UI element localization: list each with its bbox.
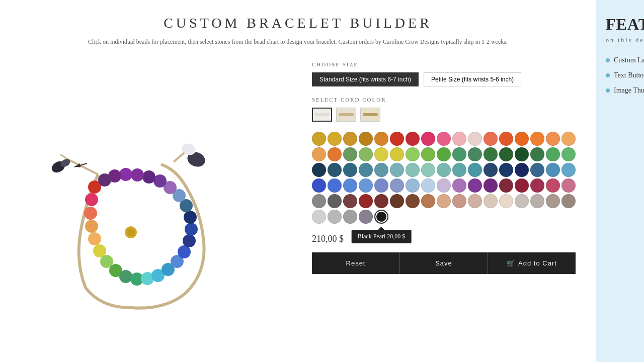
bead-swatch[interactable] <box>437 163 451 177</box>
bead-swatch[interactable] <box>561 132 576 146</box>
bead-swatch[interactable] <box>343 163 357 177</box>
bead-swatch[interactable] <box>359 194 373 208</box>
bead-swatch[interactable] <box>390 132 404 146</box>
bead-swatch[interactable] <box>328 210 342 224</box>
bead-swatch[interactable] <box>546 194 560 208</box>
bead-swatch[interactable] <box>328 147 342 161</box>
bead-swatch[interactable] <box>343 178 357 193</box>
bead-swatch[interactable] <box>546 178 560 193</box>
bead-swatch[interactable] <box>343 132 357 146</box>
cord-swatch-white[interactable] <box>312 108 332 122</box>
bead-swatch[interactable] <box>452 147 466 161</box>
bead-swatch[interactable] <box>328 194 342 208</box>
bead-swatch[interactable] <box>343 210 357 224</box>
bead-swatch[interactable] <box>484 178 498 193</box>
bead-swatch[interactable] <box>406 178 420 193</box>
bead-swatch[interactable] <box>452 178 466 193</box>
bead-swatch[interactable] <box>468 147 482 161</box>
bead-swatch[interactable] <box>468 194 482 208</box>
bead-swatch[interactable] <box>499 194 513 208</box>
size-buttons: Standard Size (fits wrists 6-7 inch) Pet… <box>312 72 576 86</box>
bead-swatch[interactable] <box>359 178 373 193</box>
bead-swatch[interactable] <box>312 210 326 224</box>
bead-swatch[interactable] <box>406 194 420 208</box>
bead-swatch[interactable] <box>312 132 326 146</box>
add-to-cart-button[interactable]: 🛒 Add to Cart <box>488 252 576 274</box>
bead-swatch[interactable] <box>359 163 373 177</box>
bead-swatch[interactable] <box>312 178 326 193</box>
bead-swatch[interactable] <box>530 132 544 146</box>
bead-swatch[interactable] <box>437 132 451 146</box>
bead-swatch[interactable] <box>343 147 357 161</box>
bead-swatch[interactable] <box>484 132 498 146</box>
bead-swatch[interactable] <box>406 163 420 177</box>
bead-swatch[interactable] <box>452 163 466 177</box>
bead-swatch[interactable] <box>515 132 529 146</box>
bead-swatch[interactable] <box>530 178 544 193</box>
bead-swatch[interactable] <box>374 178 388 193</box>
bead-swatch[interactable] <box>515 163 529 177</box>
bead-swatch[interactable] <box>406 132 420 146</box>
cord-swatch-gold[interactable] <box>360 108 380 122</box>
bead-swatch[interactable] <box>546 132 560 146</box>
bead-swatch[interactable] <box>499 147 513 161</box>
bead-swatch[interactable] <box>561 147 576 161</box>
bead-swatch[interactable] <box>546 163 560 177</box>
bead-swatch[interactable] <box>499 163 513 177</box>
bead-swatch[interactable] <box>421 132 435 146</box>
bead-swatch[interactable] <box>452 194 466 208</box>
bead-swatch[interactable] <box>530 163 544 177</box>
bead-swatch[interactable] <box>499 178 513 193</box>
bead-swatch[interactable] <box>515 178 529 193</box>
reset-button[interactable]: Reset <box>312 252 399 274</box>
bead-swatch[interactable] <box>437 178 451 193</box>
bead-swatch[interactable] <box>468 163 482 177</box>
cord-swatch-tan[interactable] <box>336 108 356 122</box>
bead-swatch[interactable] <box>421 163 435 177</box>
bead-swatch[interactable] <box>561 194 576 208</box>
bead-swatch[interactable] <box>484 163 498 177</box>
bead-swatch[interactable] <box>468 132 482 146</box>
bead-swatch[interactable] <box>328 178 342 193</box>
bead-swatch[interactable] <box>328 163 342 177</box>
bead-swatch[interactable] <box>515 147 529 161</box>
bead-swatch[interactable] <box>437 147 451 161</box>
bead-swatch[interactable] <box>561 178 576 193</box>
bead-swatch[interactable] <box>374 132 388 146</box>
bead-swatch[interactable] <box>484 147 498 161</box>
bead-swatch[interactable] <box>530 147 544 161</box>
bead-swatch[interactable] <box>312 194 326 208</box>
bead-swatch[interactable] <box>390 147 404 161</box>
size-btn-standard[interactable]: Standard Size (fits wrists 6-7 inch) <box>312 72 419 86</box>
bead-swatch[interactable] <box>359 210 373 224</box>
bead-swatch[interactable] <box>343 194 357 208</box>
bead-swatch[interactable] <box>390 178 404 193</box>
bead-swatch[interactable] <box>374 163 388 177</box>
bead-swatch[interactable] <box>359 147 373 161</box>
bead-swatch[interactable] <box>421 147 435 161</box>
bead-swatch[interactable] <box>452 132 466 146</box>
bead-swatch[interactable] <box>421 194 435 208</box>
bead-swatch[interactable] <box>328 132 342 146</box>
bead-swatch[interactable] <box>499 132 513 146</box>
bead-swatch[interactable] <box>390 194 404 208</box>
bead-swatch[interactable] <box>406 147 420 161</box>
bead-swatch[interactable] <box>421 178 435 193</box>
bead-swatch[interactable] <box>484 194 498 208</box>
bead-swatch[interactable] <box>468 178 482 193</box>
bead-swatch[interactable] <box>515 194 529 208</box>
bead-swatch[interactable] <box>374 194 388 208</box>
bead-swatch-selected[interactable]: Black Pearl 20,00 $ <box>374 210 388 224</box>
bead-swatch[interactable] <box>437 194 451 208</box>
bead-swatch[interactable] <box>312 163 326 177</box>
size-btn-petite[interactable]: Petite Size (fits wrists 5-6 inch) <box>424 72 521 86</box>
bead-swatch[interactable] <box>546 147 560 161</box>
bead-swatch[interactable] <box>312 147 326 161</box>
bead-swatch[interactable] <box>359 132 373 146</box>
svg-line-0 <box>68 159 98 174</box>
save-button[interactable]: Save <box>399 252 488 274</box>
bead-swatch[interactable] <box>390 163 404 177</box>
bead-swatch[interactable] <box>561 163 576 177</box>
bead-swatch[interactable] <box>374 147 388 161</box>
bead-swatch[interactable] <box>530 194 544 208</box>
